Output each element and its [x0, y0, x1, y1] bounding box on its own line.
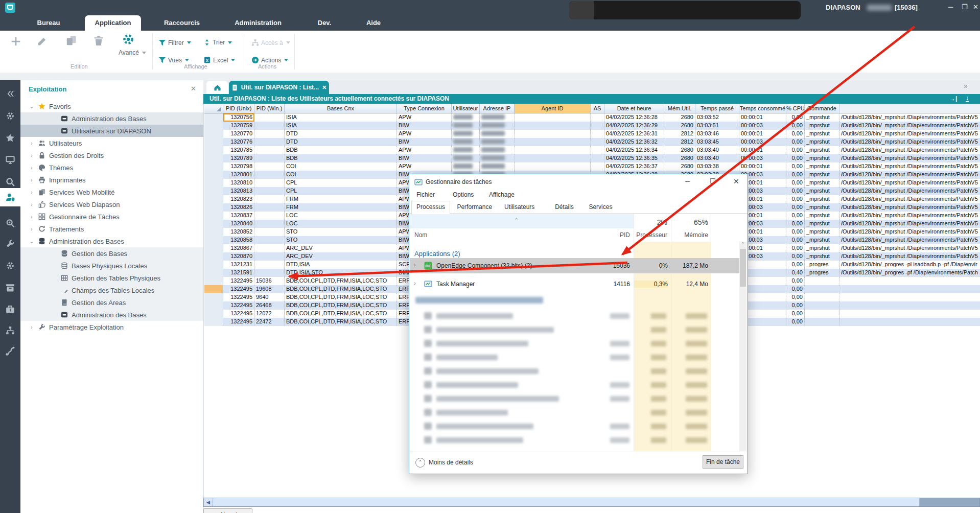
grid-col-gutter[interactable]	[839, 104, 980, 113]
edit-button[interactable]	[37, 36, 48, 46]
menu-tab-aide[interactable]: Aide	[358, 15, 389, 31]
tm-details-toggle-label[interactable]: Moins de détails	[429, 459, 473, 466]
tm-col-nom[interactable]: Nom	[414, 231, 427, 239]
tree-chevron-icon[interactable]: ›	[27, 190, 37, 195]
tm-process-row-15036[interactable]: ›OEOpenEdge Component (32 bits) (2)15036…	[410, 258, 739, 273]
tree-item-gestion-des-tables-physiques[interactable]: Gestion des Tables Physiques	[20, 272, 203, 284]
tm-menu-fichier[interactable]: Fichier	[416, 191, 435, 198]
grid-col-temps-pass-[interactable]: Temps passé	[695, 104, 739, 113]
grid-col-type-connexion[interactable]: Type Connexion	[397, 104, 452, 113]
tm-maximize-button[interactable]: ☐	[710, 177, 716, 185]
delete-button[interactable]	[93, 35, 104, 46]
tree-item-imprimantes[interactable]: ›Imprimantes	[20, 174, 203, 186]
tree-item-bases-physiques-locales[interactable]: Bases Physiques Locales	[20, 260, 203, 272]
grid-row-1320776[interactable]: 1320776DTDBIW04/02/2025 12:36:32281203:0…	[204, 138, 980, 146]
rail-monitor-icon[interactable]	[0, 151, 20, 169]
tm-scrollbar[interactable]: ⌃	[739, 242, 746, 451]
home-tab[interactable]	[206, 81, 228, 94]
tm-menu-options[interactable]: Options	[453, 191, 474, 198]
grid-col-agent-id[interactable]: Agent ID	[515, 104, 591, 113]
scroll-left-button[interactable]: ◀	[204, 498, 213, 506]
tree-item-param-trage-exploitation[interactable]: ›Paramétrage Exploitation	[20, 321, 203, 333]
horizontal-scrollbar[interactable]: ◀	[203, 498, 980, 507]
tree-item-favoris[interactable]: ⌄Favoris	[20, 100, 203, 112]
goto-end-icon[interactable]: →|	[949, 95, 957, 102]
download-icon[interactable]: ↓	[966, 95, 969, 102]
rail-briefcase-icon[interactable]	[0, 300, 20, 318]
window-restore-button[interactable]: ❐	[962, 3, 968, 11]
document-tab[interactable]: Util. sur DIAPASON : List... ✕	[229, 81, 329, 94]
tree-chevron-icon[interactable]: ›	[27, 165, 37, 171]
menu-tab-administration[interactable]: Administration	[231, 15, 285, 31]
tm-col-cpu[interactable]: Processeur	[632, 231, 667, 239]
tree-item-gestion-des-areas[interactable]: Gestion des Areas	[20, 296, 203, 309]
tm-col-mem[interactable]: Mémoire	[671, 231, 708, 239]
actions-button[interactable]: Actions	[251, 56, 288, 64]
menu-tab-bureau[interactable]: Bureau	[29, 15, 68, 31]
grid-row-1320798[interactable]: 1320798COIAPW04/02/2025 12:36:37268003:0…	[204, 162, 980, 171]
rail-wrench-icon[interactable]	[0, 235, 20, 253]
tree-item-utilisateurs-sur-diapason[interactable]: Utilisateurs sur DIAPASON	[20, 125, 203, 137]
rail-star-icon[interactable]	[0, 129, 20, 147]
tree-item-services-web-diapason[interactable]: ›Services Web Diapason	[20, 198, 203, 211]
advanced-button[interactable]: Avancé	[119, 49, 146, 56]
grid-row-1320789[interactable]: 1320789BDBBIW04/02/2025 12:36:35268003:0…	[204, 154, 980, 162]
add-button[interactable]	[10, 36, 21, 47]
tm-tab-performance[interactable]: Performance	[452, 201, 497, 214]
tm-tab-details[interactable]: Détails	[550, 201, 579, 214]
window-close-button[interactable]: ✕	[973, 3, 978, 11]
tm-tab-services[interactable]: Services	[584, 201, 617, 214]
tm-details-toggle-icon[interactable]: ⌃	[415, 458, 425, 468]
filter-button[interactable]: Filtrer	[158, 39, 191, 46]
tree-chevron-icon[interactable]: ›	[27, 141, 37, 146]
tm-menu-affichage[interactable]: Affichage	[489, 191, 515, 198]
rail-archive-icon[interactable]	[0, 278, 20, 297]
grid-col-commande[interactable]: Commande	[805, 104, 839, 113]
advanced-gear-icon[interactable]	[122, 33, 135, 46]
tm-minimize-button[interactable]: ─	[685, 177, 690, 185]
abandon-button[interactable]: ✕ Abandon	[203, 508, 252, 513]
scrollbar-thumb[interactable]	[213, 498, 920, 506]
sort-button[interactable]: Trier	[203, 39, 232, 46]
tree-item-utilisateurs[interactable]: ›Utilisateurs	[20, 137, 203, 149]
tm-end-task-button[interactable]: Fin de tâche	[703, 455, 743, 469]
tree-item-administration-des-bases[interactable]: Administration des Bases	[20, 309, 203, 321]
rail-pin-search-icon[interactable]	[0, 214, 20, 232]
tm-tab-utilisateurs[interactable]: Utilisateurs	[499, 201, 540, 214]
tree-item-gestion-des-bases[interactable]: Gestion des Bases	[20, 247, 203, 260]
tm-process-row-14116[interactable]: ›Task Manager141160,3%12,4 Mo	[410, 276, 739, 292]
grid-col-as[interactable]: AS	[591, 104, 604, 113]
tm-col-pid[interactable]: PID	[610, 231, 630, 239]
rail-collapse-icon[interactable]	[0, 84, 20, 103]
tab-overflow-icon[interactable]: »	[964, 82, 968, 90]
grid-col-pid-unix-[interactable]: PID (Unix)	[223, 104, 254, 113]
duplicate-button[interactable]	[65, 35, 77, 46]
menu-tab-application[interactable]: Application	[85, 15, 141, 31]
tm-group-applications[interactable]: Applications (2)	[414, 250, 460, 258]
rail-robot-icon[interactable]	[0, 342, 20, 360]
tree-item-th-mes[interactable]: ›Thèmes	[20, 161, 203, 174]
grid-row-1320785[interactable]: 1320785BDBAPW04/02/2025 12:36:34268003:0…	[204, 146, 980, 154]
tree-item-gestionnaire-de-t-ches[interactable]: ›Gestionnaire de Tâches	[20, 211, 203, 223]
tree-chevron-icon[interactable]: ⌄	[27, 104, 37, 109]
rail-gear-icon[interactable]	[0, 256, 20, 275]
grid-col-gutter[interactable]	[204, 104, 223, 113]
grid-col-utilisateur[interactable]: Utilisateur	[452, 104, 480, 113]
grid-col-temps-consomm-[interactable]: Temps consommé	[739, 104, 786, 113]
tree-chevron-icon[interactable]: ›	[27, 177, 37, 183]
tree-item-administration-des-bases[interactable]: ⌄Administration des Bases	[20, 235, 203, 247]
menu-tab-dev[interactable]: Dev.	[309, 15, 340, 31]
tree-chevron-icon[interactable]: ⌄	[27, 239, 37, 244]
tree-item-administration-des-bases[interactable]: Administration des Bases	[20, 112, 203, 125]
menu-tab-raccourcis[interactable]: Raccourcis	[157, 15, 206, 31]
tree-item-services-web-mobilit-[interactable]: ›Services Web Mobilité	[20, 186, 203, 198]
tree-chevron-icon[interactable]: ›	[27, 202, 37, 207]
grid-row-1320759[interactable]: 1320759ISIABIW04/02/2025 12:36:29268003:…	[204, 122, 980, 130]
tab-close-icon[interactable]: ✕	[322, 84, 326, 91]
grid-row-1320756[interactable]: 1320756ISIAAPW04/02/2025 12:36:28268003:…	[204, 113, 980, 122]
rail-user-badge-icon[interactable]	[0, 188, 20, 206]
grid-col--cpu[interactable]: % CPU	[786, 104, 805, 113]
tree-chevron-icon[interactable]: ›	[27, 324, 37, 330]
tree-chevron-icon[interactable]: ›	[27, 214, 37, 220]
tm-name-sort-band[interactable]	[410, 214, 634, 228]
